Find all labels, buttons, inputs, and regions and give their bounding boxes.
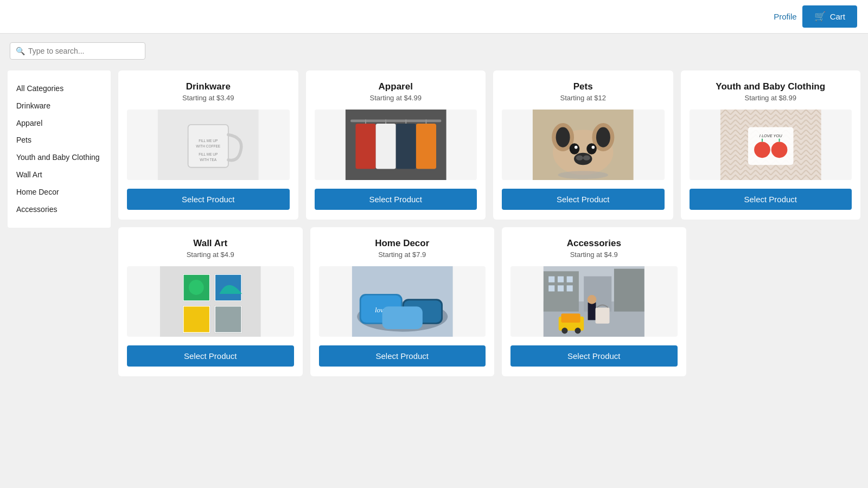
product-price-home-decor: Starting at $7.9 [378, 251, 426, 259]
svg-rect-72 [561, 313, 580, 323]
svg-point-23 [586, 143, 597, 154]
svg-point-28 [583, 156, 590, 160]
product-name-drinkware: Drinkware [186, 81, 231, 92]
product-image-pets [502, 110, 665, 180]
svg-point-41 [189, 280, 204, 295]
select-product-youth-baby[interactable]: Select Product [690, 189, 852, 210]
select-product-wall-art[interactable]: Select Product [127, 345, 294, 367]
svg-rect-7 [350, 120, 441, 123]
svg-rect-15 [416, 124, 436, 169]
svg-rect-45 [184, 306, 209, 332]
product-price-youth-baby: Starting at $8.99 [745, 94, 796, 102]
product-card-wall-art: Wall Art Starting at $4.9 [118, 227, 303, 376]
search-input-wrapper: 🔍 [10, 42, 145, 60]
sidebar: All Categories Drinkware Apparel Pets Yo… [8, 70, 111, 228]
product-card-drinkware: Drinkware Starting at $3.49 FILL ME UP W… [118, 70, 298, 220]
sidebar-item-accessories[interactable]: Accessories [16, 201, 102, 219]
cart-button[interactable]: 🛒 Cart [802, 5, 857, 28]
svg-rect-62 [548, 277, 554, 282]
product-price-accessories: Starting at $4.9 [570, 251, 618, 259]
select-product-drinkware[interactable]: Select Product [127, 189, 290, 210]
product-name-apparel: Apparel [379, 81, 413, 92]
product-image-wall-art [127, 266, 294, 337]
sidebar-item-pets[interactable]: Pets [16, 132, 102, 149]
product-row-2: Wall Art Starting at $4.9 [118, 227, 860, 376]
svg-text:FILL ME UP: FILL ME UP [199, 152, 218, 156]
product-image-youth-baby: I LOVE YOU [690, 110, 852, 180]
svg-point-34 [771, 142, 787, 158]
cart-label: Cart [830, 12, 845, 21]
svg-text:WITH TEA: WITH TEA [200, 158, 217, 162]
svg-rect-66 [558, 285, 564, 291]
product-row-1: Drinkware Starting at $3.49 FILL ME UP W… [118, 70, 860, 220]
product-card-pets: Pets Starting at $12 [493, 70, 673, 220]
product-card-empty [694, 227, 861, 376]
product-name-home-decor: Home Decor [375, 238, 429, 249]
svg-point-25 [592, 146, 595, 149]
svg-rect-64 [567, 277, 573, 282]
svg-point-21 [596, 127, 610, 147]
svg-rect-63 [558, 277, 564, 282]
svg-point-73 [561, 328, 567, 333]
select-product-home-decor[interactable]: Select Product [319, 345, 486, 367]
svg-rect-70 [596, 307, 610, 324]
product-price-wall-art: Starting at $4.9 [187, 251, 234, 259]
product-card-youth-baby: Youth and Baby Clothing Starting at $8.9… [681, 70, 861, 220]
product-name-youth-baby: Youth and Baby Clothing [716, 81, 825, 92]
product-grid-area: Drinkware Starting at $3.49 FILL ME UP W… [118, 70, 860, 376]
cart-icon: 🛒 [814, 11, 826, 22]
product-card-home-decor: Home Decor Starting at $7.9 love [310, 227, 495, 376]
svg-rect-65 [548, 285, 554, 291]
svg-point-29 [558, 171, 608, 179]
svg-rect-47 [215, 306, 241, 332]
svg-point-33 [754, 142, 770, 158]
svg-point-22 [570, 143, 580, 154]
sidebar-item-home-decor[interactable]: Home Decor [16, 184, 102, 201]
select-product-accessories[interactable]: Select Product [510, 345, 678, 367]
product-price-apparel: Starting at $4.99 [370, 94, 422, 102]
svg-text:WITH COFFEE: WITH COFFEE [196, 144, 220, 148]
select-product-apparel[interactable]: Select Product [315, 189, 477, 210]
profile-link[interactable]: Profile [774, 12, 797, 21]
product-name-wall-art: Wall Art [193, 238, 227, 249]
header: Profile 🛒 Cart [0, 0, 868, 34]
svg-point-20 [556, 127, 570, 147]
svg-rect-9 [355, 124, 375, 169]
product-price-pets: Starting at $12 [560, 94, 606, 102]
select-product-pets[interactable]: Select Product [502, 189, 665, 210]
product-card-accessories: Accessories Starting at $4.9 [502, 227, 686, 376]
product-price-drinkware: Starting at $3.49 [182, 94, 234, 102]
search-icon: 🔍 [16, 47, 25, 55]
svg-text:I LOVE YOU: I LOVE YOU [759, 133, 782, 138]
product-image-accessories [510, 266, 678, 337]
product-card-apparel: Apparel Starting at $4.99 [306, 70, 486, 220]
search-input[interactable] [28, 47, 139, 55]
main-layout: All Categories Drinkware Apparel Pets Yo… [0, 65, 868, 387]
sidebar-item-wall-art[interactable]: Wall Art [16, 166, 102, 184]
svg-point-24 [575, 146, 578, 149]
product-name-pets: Pets [573, 81, 593, 92]
svg-point-27 [576, 156, 583, 160]
svg-rect-11 [375, 124, 395, 169]
svg-text:FILL ME UP: FILL ME UP [199, 139, 218, 143]
sidebar-item-drinkware[interactable]: Drinkware [16, 98, 102, 115]
svg-rect-67 [567, 285, 573, 291]
svg-rect-68 [588, 303, 596, 320]
search-bar-container: 🔍 [0, 34, 868, 65]
svg-rect-61 [614, 269, 644, 312]
sidebar-item-all-categories[interactable]: All Categories [16, 80, 102, 98]
svg-rect-55 [382, 306, 422, 329]
svg-point-74 [575, 328, 580, 333]
sidebar-item-apparel[interactable]: Apparel [16, 115, 102, 132]
svg-point-69 [588, 295, 597, 304]
product-image-drinkware: FILL ME UP WITH COFFEE FILL ME UP WITH T… [127, 110, 290, 180]
product-name-accessories: Accessories [567, 238, 621, 249]
product-image-home-decor: love [319, 266, 486, 337]
svg-rect-13 [395, 124, 416, 169]
sidebar-item-youth-baby[interactable]: Youth and Baby Clothing [16, 149, 102, 166]
product-image-apparel [315, 110, 477, 180]
svg-rect-32 [748, 127, 793, 165]
